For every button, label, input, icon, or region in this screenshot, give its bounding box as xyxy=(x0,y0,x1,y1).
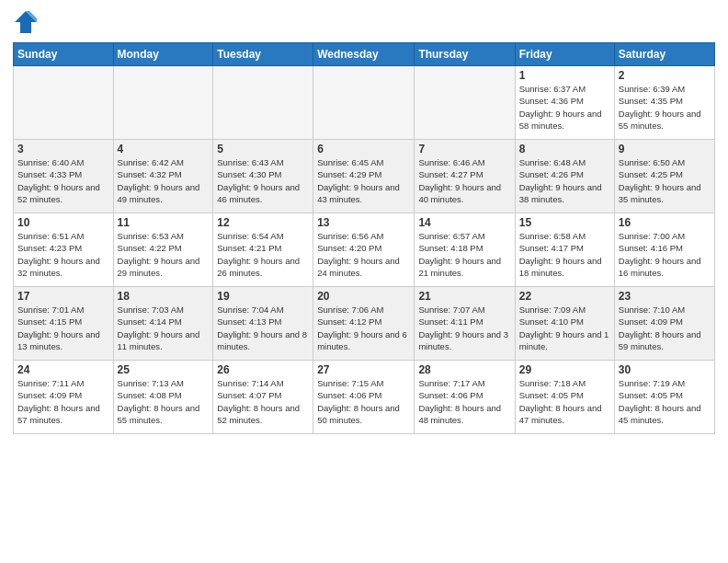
calendar-day: 9Sunrise: 6:50 AM Sunset: 4:25 PM Daylig… xyxy=(614,140,714,213)
calendar-day: 8Sunrise: 6:48 AM Sunset: 4:26 PM Daylig… xyxy=(515,140,614,213)
day-number: 17 xyxy=(17,290,109,303)
day-info: Sunrise: 7:19 AM Sunset: 4:05 PM Dayligh… xyxy=(619,377,711,426)
calendar-day: 24Sunrise: 7:11 AM Sunset: 4:09 PM Dayli… xyxy=(14,361,114,434)
day-info: Sunrise: 6:39 AM Sunset: 4:35 PM Dayligh… xyxy=(619,83,711,132)
calendar-day: 18Sunrise: 7:03 AM Sunset: 4:14 PM Dayli… xyxy=(113,287,213,361)
calendar-week-row: 1Sunrise: 6:37 AM Sunset: 4:36 PM Daylig… xyxy=(14,66,715,140)
day-number: 29 xyxy=(519,363,610,376)
day-number: 16 xyxy=(619,216,711,229)
calendar-day: 16Sunrise: 7:00 AM Sunset: 4:16 PM Dayli… xyxy=(614,213,714,287)
calendar-day: 30Sunrise: 7:19 AM Sunset: 4:05 PM Dayli… xyxy=(614,361,714,434)
calendar-day: 20Sunrise: 7:06 AM Sunset: 4:12 PM Dayli… xyxy=(313,287,415,361)
day-number: 13 xyxy=(317,216,410,229)
calendar-day: 7Sunrise: 6:46 AM Sunset: 4:27 PM Daylig… xyxy=(415,140,515,213)
day-info: Sunrise: 7:10 AM Sunset: 4:09 PM Dayligh… xyxy=(619,304,711,352)
day-info: Sunrise: 6:56 AM Sunset: 4:20 PM Dayligh… xyxy=(317,230,410,279)
day-number: 18 xyxy=(118,290,210,303)
day-info: Sunrise: 6:54 AM Sunset: 4:21 PM Dayligh… xyxy=(217,230,309,279)
day-number: 21 xyxy=(418,290,510,303)
calendar-day: 23Sunrise: 7:10 AM Sunset: 4:09 PM Dayli… xyxy=(614,287,714,361)
calendar-day: 4Sunrise: 6:42 AM Sunset: 4:32 PM Daylig… xyxy=(113,140,213,213)
calendar-day: 5Sunrise: 6:43 AM Sunset: 4:30 PM Daylig… xyxy=(213,140,313,213)
day-number: 7 xyxy=(418,143,510,155)
day-info: Sunrise: 7:00 AM Sunset: 4:16 PM Dayligh… xyxy=(619,230,711,279)
day-info: Sunrise: 7:03 AM Sunset: 4:14 PM Dayligh… xyxy=(118,304,210,352)
day-info: Sunrise: 7:15 AM Sunset: 4:06 PM Dayligh… xyxy=(317,377,410,426)
calendar-header-monday: Monday xyxy=(113,43,213,66)
day-info: Sunrise: 7:01 AM Sunset: 4:15 PM Dayligh… xyxy=(17,304,109,352)
calendar-day xyxy=(313,66,415,140)
day-number: 27 xyxy=(317,363,410,376)
page: SundayMondayTuesdayWednesdayThursdayFrid… xyxy=(0,0,728,563)
day-info: Sunrise: 7:06 AM Sunset: 4:12 PM Dayligh… xyxy=(317,304,410,352)
calendar-header-row: SundayMondayTuesdayWednesdayThursdayFrid… xyxy=(14,43,715,66)
day-number: 11 xyxy=(118,216,210,229)
day-number: 20 xyxy=(317,290,410,303)
logo xyxy=(13,9,42,35)
calendar-day: 29Sunrise: 7:18 AM Sunset: 4:05 PM Dayli… xyxy=(515,361,614,434)
day-number: 12 xyxy=(217,216,309,229)
day-info: Sunrise: 7:17 AM Sunset: 4:06 PM Dayligh… xyxy=(418,377,510,426)
day-number: 26 xyxy=(217,363,309,376)
day-number: 5 xyxy=(217,143,309,155)
day-number: 28 xyxy=(418,363,510,376)
calendar-day: 14Sunrise: 6:57 AM Sunset: 4:18 PM Dayli… xyxy=(415,213,515,287)
calendar-day: 25Sunrise: 7:13 AM Sunset: 4:08 PM Dayli… xyxy=(113,361,213,434)
calendar-day: 21Sunrise: 7:07 AM Sunset: 4:11 PM Dayli… xyxy=(415,287,515,361)
calendar-week-row: 24Sunrise: 7:11 AM Sunset: 4:09 PM Dayli… xyxy=(14,361,715,434)
day-number: 2 xyxy=(619,69,711,82)
logo-icon xyxy=(13,9,39,35)
calendar-day: 6Sunrise: 6:45 AM Sunset: 4:29 PM Daylig… xyxy=(313,140,415,213)
day-number: 25 xyxy=(118,363,210,376)
day-info: Sunrise: 6:58 AM Sunset: 4:17 PM Dayligh… xyxy=(519,230,610,279)
calendar-day xyxy=(415,66,515,140)
calendar-day: 22Sunrise: 7:09 AM Sunset: 4:10 PM Dayli… xyxy=(515,287,614,361)
calendar-day: 26Sunrise: 7:14 AM Sunset: 4:07 PM Dayli… xyxy=(213,361,313,434)
day-info: Sunrise: 6:40 AM Sunset: 4:33 PM Dayligh… xyxy=(17,156,109,205)
day-info: Sunrise: 6:53 AM Sunset: 4:22 PM Dayligh… xyxy=(118,230,210,279)
calendar-day: 13Sunrise: 6:56 AM Sunset: 4:20 PM Dayli… xyxy=(313,213,415,287)
calendar-day: 27Sunrise: 7:15 AM Sunset: 4:06 PM Dayli… xyxy=(313,361,415,434)
svg-marker-0 xyxy=(15,11,37,33)
day-number: 15 xyxy=(519,216,610,229)
calendar-day: 1Sunrise: 6:37 AM Sunset: 4:36 PM Daylig… xyxy=(515,66,614,140)
calendar-week-row: 10Sunrise: 6:51 AM Sunset: 4:23 PM Dayli… xyxy=(14,213,715,287)
calendar-day: 3Sunrise: 6:40 AM Sunset: 4:33 PM Daylig… xyxy=(14,140,114,213)
calendar-day: 11Sunrise: 6:53 AM Sunset: 4:22 PM Dayli… xyxy=(113,213,213,287)
day-number: 1 xyxy=(519,69,610,82)
header xyxy=(13,9,715,35)
calendar-week-row: 17Sunrise: 7:01 AM Sunset: 4:15 PM Dayli… xyxy=(14,287,715,361)
calendar-day: 19Sunrise: 7:04 AM Sunset: 4:13 PM Dayli… xyxy=(213,287,313,361)
calendar-day: 12Sunrise: 6:54 AM Sunset: 4:21 PM Dayli… xyxy=(213,213,313,287)
day-info: Sunrise: 6:57 AM Sunset: 4:18 PM Dayligh… xyxy=(418,230,510,279)
day-info: Sunrise: 7:07 AM Sunset: 4:11 PM Dayligh… xyxy=(418,304,510,352)
calendar-header-friday: Friday xyxy=(515,43,614,66)
day-info: Sunrise: 7:11 AM Sunset: 4:09 PM Dayligh… xyxy=(17,377,109,426)
day-info: Sunrise: 6:48 AM Sunset: 4:26 PM Dayligh… xyxy=(519,156,610,205)
day-number: 8 xyxy=(519,143,610,155)
day-info: Sunrise: 6:37 AM Sunset: 4:36 PM Dayligh… xyxy=(519,83,610,132)
day-number: 14 xyxy=(418,216,510,229)
day-info: Sunrise: 7:09 AM Sunset: 4:10 PM Dayligh… xyxy=(519,304,610,352)
day-number: 24 xyxy=(17,363,109,376)
day-info: Sunrise: 7:04 AM Sunset: 4:13 PM Dayligh… xyxy=(217,304,309,352)
calendar-week-row: 3Sunrise: 6:40 AM Sunset: 4:33 PM Daylig… xyxy=(14,140,715,213)
day-info: Sunrise: 6:45 AM Sunset: 4:29 PM Dayligh… xyxy=(317,156,410,205)
day-number: 4 xyxy=(118,143,210,155)
calendar-day: 28Sunrise: 7:17 AM Sunset: 4:06 PM Dayli… xyxy=(415,361,515,434)
calendar-day: 2Sunrise: 6:39 AM Sunset: 4:35 PM Daylig… xyxy=(614,66,714,140)
day-info: Sunrise: 6:43 AM Sunset: 4:30 PM Dayligh… xyxy=(217,156,309,205)
calendar-header-thursday: Thursday xyxy=(415,43,515,66)
day-number: 19 xyxy=(217,290,309,303)
calendar-header-wednesday: Wednesday xyxy=(313,43,415,66)
calendar-day: 10Sunrise: 6:51 AM Sunset: 4:23 PM Dayli… xyxy=(14,213,114,287)
day-number: 30 xyxy=(619,363,711,376)
day-info: Sunrise: 6:46 AM Sunset: 4:27 PM Dayligh… xyxy=(418,156,510,205)
day-number: 23 xyxy=(619,290,711,303)
day-number: 9 xyxy=(619,143,711,155)
day-number: 22 xyxy=(519,290,610,303)
day-number: 10 xyxy=(17,216,109,229)
day-info: Sunrise: 6:50 AM Sunset: 4:25 PM Dayligh… xyxy=(619,156,711,205)
day-info: Sunrise: 7:13 AM Sunset: 4:08 PM Dayligh… xyxy=(118,377,210,426)
calendar-header-saturday: Saturday xyxy=(614,43,714,66)
